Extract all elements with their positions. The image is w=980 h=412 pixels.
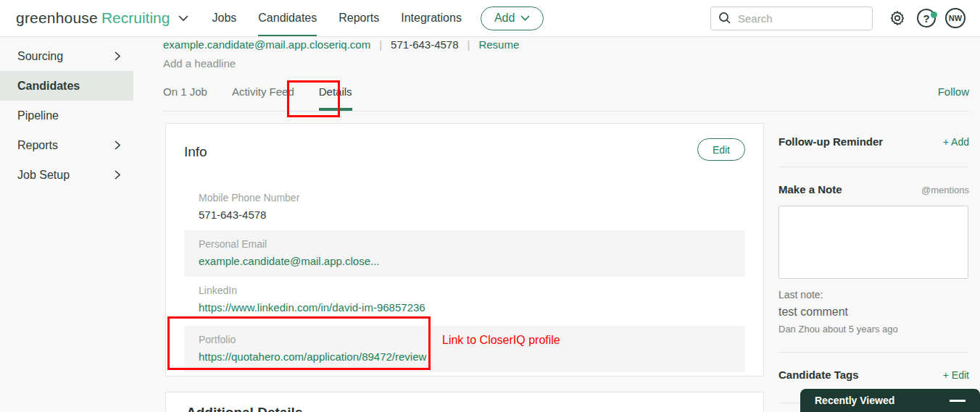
sidebar-item-label: Candidates <box>17 80 80 93</box>
add-button[interactable]: Add <box>481 7 544 30</box>
field-row-linkedin: LinkedIn https://www.linkedin.com/in/dav… <box>184 277 745 323</box>
chevron-down-icon <box>520 15 530 21</box>
right-panel: Follow Follow-up Reminder + Add Make a N… <box>778 85 969 412</box>
chevron-right-icon <box>115 170 120 180</box>
sidebar-item-sourcing[interactable]: Sourcing <box>0 41 133 71</box>
nav-item-candidates[interactable]: Candidates <box>258 0 317 36</box>
personal-email-link[interactable]: example.candidate@mail.app.close... <box>199 255 731 267</box>
candidate-email-link[interactable]: example.candidate@mail.app.closeriq.com <box>163 38 370 51</box>
left-sidebar: Sourcing Candidates Pipeline Reports Job… <box>0 37 133 190</box>
primary-nav: Jobs Candidates Reports Integrations <box>212 0 461 36</box>
chevron-right-icon <box>115 51 120 61</box>
logo-text-primary: greenhouse <box>16 9 98 27</box>
additional-details-card: Additional Details <box>165 392 764 412</box>
tab-details[interactable]: Details <box>319 85 352 111</box>
recently-viewed-title: Recently Viewed <box>815 395 894 406</box>
candidate-header: example.candidate@mail.app.closeriq.com … <box>163 38 765 70</box>
separator: | <box>468 38 470 51</box>
greenhouse-logo[interactable]: greenhouse Recruiting <box>16 9 188 27</box>
follow-up-reminder-title: Follow-up Reminder <box>778 135 883 148</box>
field-label: Mobile Phone Number <box>199 192 731 203</box>
edit-button[interactable]: Edit <box>697 138 745 161</box>
top-navigation-bar: greenhouse Recruiting Jobs Candidates Re… <box>0 0 980 37</box>
last-note-label: Last note: <box>778 289 969 300</box>
nav-item-jobs[interactable]: Jobs <box>212 0 236 36</box>
mentions-hint: @mentions <box>921 185 969 196</box>
divider <box>778 167 969 167</box>
search-icon <box>718 12 731 25</box>
sidebar-item-label: Reports <box>17 139 58 152</box>
note-textarea[interactable] <box>778 206 968 279</box>
linkedin-link[interactable]: https://www.linkedin.com/in/david-im-968… <box>199 301 731 314</box>
portfolio-link[interactable]: https://quotahero.com/application/89472/… <box>199 350 731 363</box>
recently-viewed-tray[interactable]: Recently Viewed <box>800 389 980 412</box>
notification-dot <box>931 12 937 18</box>
sidebar-item-candidates[interactable]: Candidates <box>0 71 133 101</box>
sidebar-item-job-setup[interactable]: Job Setup <box>0 160 133 190</box>
chevron-down-icon <box>178 15 188 22</box>
candidate-phone: 571-643-4578 <box>391 38 458 51</box>
annotation-text: Link to CloserIQ profile <box>442 334 560 347</box>
additional-details-title: Additional Details <box>186 405 743 412</box>
add-reminder-link[interactable]: + Add <box>943 136 969 148</box>
topbar-right-cluster: ? NW <box>710 7 970 30</box>
settings-button[interactable] <box>883 9 912 27</box>
field-label: LinkedIn <box>199 285 731 296</box>
sidebar-item-label: Sourcing <box>17 50 63 63</box>
tab-on-1-job[interactable]: On 1 Job <box>163 85 207 111</box>
sidebar-item-reports[interactable]: Reports <box>0 130 133 160</box>
sidebar-item-label: Job Setup <box>17 169 70 182</box>
follow-link[interactable]: Follow <box>938 85 969 98</box>
user-menu[interactable]: NW <box>941 8 970 28</box>
separator: | <box>379 38 382 51</box>
candidate-tags-title: Candidate Tags <box>778 369 859 381</box>
sidebar-item-pipeline[interactable]: Pipeline <box>0 101 133 130</box>
edit-tags-link[interactable]: + Edit <box>943 369 969 381</box>
tab-activity-feed[interactable]: Activity Feed <box>232 85 294 111</box>
field-row-portfolio: Portfolio https://quotahero.com/applicat… <box>184 326 745 372</box>
nav-item-reports[interactable]: Reports <box>339 0 379 36</box>
last-note-text: test comment <box>778 306 969 319</box>
nav-item-integrations[interactable]: Integrations <box>401 0 462 36</box>
field-row-personal-email: Personal Email example.candidate@mail.ap… <box>184 230 745 277</box>
global-search[interactable] <box>710 7 873 30</box>
resume-link[interactable]: Resume <box>478 38 519 51</box>
info-card-title: Info <box>184 138 207 160</box>
chevron-right-icon <box>115 140 120 150</box>
search-input[interactable] <box>738 12 854 25</box>
field-label: Personal Email <box>199 238 731 250</box>
last-note-meta: Dan Zhou about 5 years ago <box>778 324 969 335</box>
add-headline-field[interactable]: Add a headline <box>163 57 765 70</box>
avatar: NW <box>945 8 966 28</box>
gear-icon <box>889 9 906 27</box>
help-button[interactable]: ? <box>912 9 941 28</box>
divider <box>778 352 969 353</box>
make-a-note-title: Make a Note <box>778 183 842 196</box>
sidebar-item-label: Pipeline <box>17 109 59 122</box>
add-button-label: Add <box>494 12 515 25</box>
candidate-tabs: On 1 Job Activity Feed Details <box>163 85 352 111</box>
minimize-icon[interactable] <box>950 400 966 402</box>
logo-text-secondary: Recruiting <box>101 9 170 27</box>
field-row-mobile-phone: Mobile Phone Number 571-643-4578 <box>184 184 745 230</box>
field-value: 571-643-4578 <box>199 209 731 221</box>
